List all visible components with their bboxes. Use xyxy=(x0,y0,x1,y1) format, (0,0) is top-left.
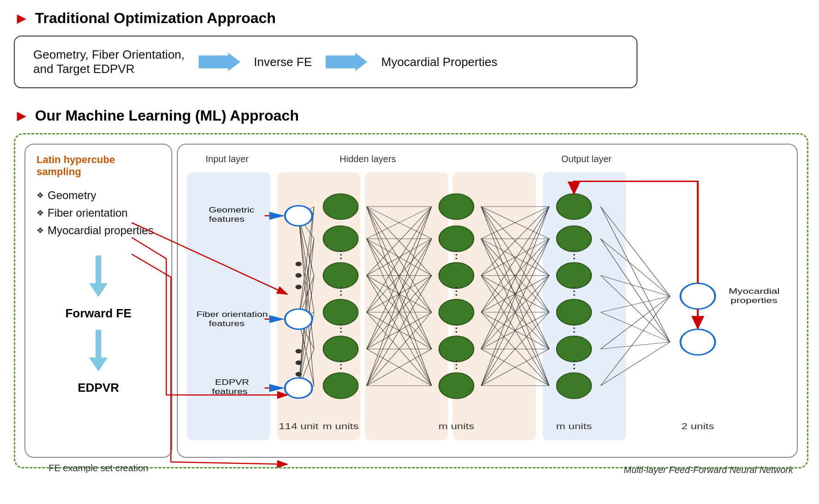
svg-text:EDPVR: EDPVR xyxy=(215,378,249,387)
lhs-title: Latin hypercube sampling xyxy=(36,154,160,178)
bullet-1: ❖ xyxy=(36,190,44,200)
svg-text:⋮: ⋮ xyxy=(449,285,464,297)
svg-line-14 xyxy=(298,275,314,388)
traditional-section-title: ► Traditional Optimization Approach xyxy=(14,9,805,27)
svg-point-103 xyxy=(296,262,302,267)
svg-point-105 xyxy=(296,285,302,289)
lhs-items: ❖ Geometry ❖ Fiber orientation ❖ Myocard… xyxy=(36,189,160,237)
svg-text:⋮: ⋮ xyxy=(567,285,582,297)
svg-point-131 xyxy=(557,194,591,219)
trad-step-2: Inverse FE xyxy=(254,55,312,69)
ml-section-title: ► Our Machine Learning (ML) Approach xyxy=(14,107,805,125)
lhs-item-geometry: ❖ Geometry xyxy=(36,189,160,202)
svg-text:Myocardial: Myocardial xyxy=(729,287,780,296)
svg-text:Fiber orientation: Fiber orientation xyxy=(196,310,268,318)
bullet-2: ❖ xyxy=(36,208,44,218)
svg-text:⋮: ⋮ xyxy=(449,248,464,261)
svg-text:m units: m units xyxy=(323,422,359,431)
trad-arrow-2 xyxy=(326,54,367,70)
svg-text:⋮: ⋮ xyxy=(449,322,464,334)
svg-text:⋮: ⋮ xyxy=(567,358,582,370)
svg-text:features: features xyxy=(212,387,248,395)
svg-text:features: features xyxy=(209,215,244,224)
svg-point-141 xyxy=(680,283,715,309)
svg-line-91 xyxy=(601,206,670,342)
svg-point-107 xyxy=(296,349,302,353)
trad-arrow-1 xyxy=(199,54,240,70)
trad-step-1: Geometry, Fiber Orientation,and Target E… xyxy=(33,48,185,76)
svg-line-93 xyxy=(601,239,670,342)
lhs-label-geometry: Geometry xyxy=(48,189,96,202)
svg-point-106 xyxy=(285,309,312,329)
svg-text:⋮: ⋮ xyxy=(334,322,348,334)
nn-panel: Input layer Hidden layers Output layer xyxy=(177,144,798,458)
lhs-label-myocardial: Myocardial properties xyxy=(48,224,153,237)
svg-point-108 xyxy=(296,360,302,365)
svg-text:m units: m units xyxy=(438,422,474,431)
svg-line-94 xyxy=(601,275,670,296)
svg-line-90 xyxy=(601,206,670,296)
svg-text:Geometric: Geometric xyxy=(209,206,255,214)
chevron-icon: ► xyxy=(14,9,30,27)
svg-text:properties: properties xyxy=(731,296,777,305)
svg-point-102 xyxy=(285,206,312,226)
svg-line-101 xyxy=(601,342,670,385)
svg-line-92 xyxy=(601,239,670,296)
arrow-down-1 xyxy=(89,255,108,297)
svg-point-104 xyxy=(296,273,302,278)
traditional-box: Geometry, Fiber Orientation,and Target E… xyxy=(14,36,637,88)
svg-text:m units: m units xyxy=(556,422,592,431)
svg-line-7 xyxy=(298,239,314,319)
svg-point-110 xyxy=(285,378,312,398)
svg-text:⋮: ⋮ xyxy=(334,285,348,297)
svg-line-97 xyxy=(601,312,670,342)
svg-text:⋮: ⋮ xyxy=(334,248,348,261)
nn-container: Input layer Hidden layers Output layer xyxy=(177,144,798,458)
nn-label: Multi-layer Feed-Forward Neural Network xyxy=(624,465,793,475)
svg-line-95 xyxy=(601,275,670,342)
svg-text:2 units: 2 units xyxy=(681,422,714,431)
lhs-item-myocardial: ❖ Myocardial properties xyxy=(36,224,160,237)
trad-step-3: Myocardial Properties xyxy=(381,55,497,69)
bullet-3: ❖ xyxy=(36,225,44,236)
fe-example-label: FE example set creation xyxy=(49,463,148,474)
svg-text:114 unit: 114 unit xyxy=(279,422,318,431)
svg-point-126 xyxy=(439,373,473,399)
svg-text:⋮: ⋮ xyxy=(334,358,348,370)
svg-point-111 xyxy=(323,194,358,219)
svg-point-109 xyxy=(296,372,302,376)
nn-svg: ⋮ ⋮ ⋮ ⋮ ⋮ ⋮ xyxy=(178,145,797,457)
edpvr-label: EDPVR xyxy=(36,381,160,395)
lhs-panel: Latin hypercube sampling ❖ Geometry ❖ Fi… xyxy=(24,144,172,458)
lhs-label-fiber: Fiber orientation xyxy=(48,206,127,219)
svg-point-121 xyxy=(439,194,473,219)
ml-chevron-icon: ► xyxy=(14,107,30,125)
lhs-item-fiber: ❖ Fiber orientation xyxy=(36,206,160,219)
svg-point-116 xyxy=(323,373,358,399)
ml-section: ► Our Machine Learning (ML) Approach Lat… xyxy=(14,107,805,468)
svg-line-99 xyxy=(601,342,670,349)
svg-text:⋮: ⋮ xyxy=(567,248,582,261)
svg-point-142 xyxy=(680,329,715,355)
forward-fe-label: Forward FE xyxy=(36,306,160,321)
ml-dashed-box: Latin hypercube sampling ❖ Geometry ❖ Fi… xyxy=(14,133,808,468)
arrow-down-2 xyxy=(89,330,108,371)
svg-point-136 xyxy=(557,373,591,399)
svg-text:features: features xyxy=(209,319,244,328)
svg-text:⋮: ⋮ xyxy=(449,358,464,370)
svg-text:⋮: ⋮ xyxy=(567,322,582,334)
